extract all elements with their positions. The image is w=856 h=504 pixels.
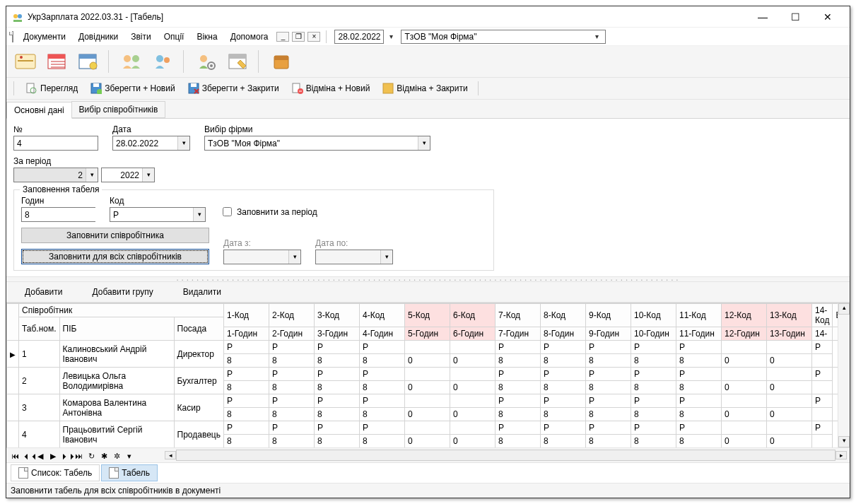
tab-document[interactable]: Табель — [101, 464, 158, 481]
cell-pib[interactable]: Комарова Валентина Антонівна — [59, 394, 174, 421]
col-day-code[interactable]: 1-Код — [224, 304, 269, 327]
cell-pib[interactable]: Левицька Ольга Володимирівна — [59, 368, 174, 394]
col-day-hours[interactable]: 1-Годин — [224, 327, 269, 341]
col-day-code[interactable]: 3-Код — [315, 304, 360, 327]
cell-day-code[interactable]: Р — [676, 421, 722, 435]
nav-first-icon[interactable]: ⏮ — [9, 450, 20, 461]
cell-day-code[interactable]: Р — [812, 394, 833, 408]
cell-day-code[interactable]: Р — [676, 341, 722, 354]
fill-period-checkbox[interactable]: Заповнити за період — [220, 205, 317, 218]
col-day-hours[interactable]: 8-Годин — [541, 327, 586, 341]
cell-day-code[interactable]: Р — [360, 394, 405, 408]
cell-day-hours[interactable]: 0 — [722, 354, 767, 368]
cell-day-code[interactable]: Р — [269, 394, 315, 408]
cell-tabnum[interactable]: 3 — [19, 394, 60, 421]
cell-day-code[interactable]: Р — [631, 368, 676, 381]
toolbar-people-group-icon[interactable] — [119, 49, 143, 74]
cell-day-code[interactable]: Р — [496, 368, 541, 381]
grid-add-button[interactable]: Добавити — [20, 285, 66, 299]
col-day-hours[interactable]: 2-Годин — [269, 327, 315, 341]
firm-select[interactable]: ТзОВ "Моя Фірма"▾ — [204, 136, 430, 151]
cell-day-hours[interactable]: 8 — [586, 354, 631, 368]
cell-day-code[interactable]: Р — [676, 394, 722, 408]
chevron-down-icon[interactable]: ▾ — [591, 33, 602, 40]
cell-day-code[interactable]: Р — [269, 368, 315, 381]
cell-day-hours[interactable]: 0 — [450, 435, 496, 448]
row-indicator[interactable] — [7, 421, 19, 448]
cell-day-hours[interactable]: 0 — [450, 381, 496, 394]
cell-day-hours[interactable]: 0 — [405, 408, 450, 421]
cell-day-code[interactable]: Р — [315, 341, 360, 354]
cell-day-code[interactable] — [722, 394, 767, 408]
cell-day-hours[interactable]: 8 — [676, 354, 722, 368]
cell-day-hours[interactable]: 8 — [541, 354, 586, 368]
cell-day-hours[interactable]: 8 — [315, 408, 360, 421]
table-row[interactable]: 2Левицька Ольга ВолодимирівнаБухгалтерРР… — [7, 368, 838, 381]
cell-day-code[interactable] — [722, 421, 767, 435]
cell-day-hours[interactable]: 0 — [722, 435, 767, 448]
cell-posada[interactable]: Директор — [174, 341, 223, 368]
col-day-hours[interactable]: 4-Годин — [360, 327, 405, 341]
cell-day-hours[interactable]: 8 — [631, 381, 676, 394]
cell-day-hours[interactable]: 8 — [586, 381, 631, 394]
close-button[interactable]: ✕ — [811, 6, 844, 28]
menu-windows[interactable]: Вікна — [191, 29, 223, 45]
nav-prev-icon[interactable]: ◀ — [35, 450, 46, 461]
col-day-code[interactable]: 10-Код — [631, 304, 676, 327]
cell-day-code[interactable]: Р — [224, 394, 269, 408]
cell-day-code[interactable]: Р — [224, 368, 269, 381]
cell-day-code[interactable]: Р — [360, 341, 405, 354]
cell-day-code[interactable]: Р — [360, 368, 405, 381]
table-row[interactable]: ▶1Калиновський Андрій ІвановичДиректорРР… — [7, 341, 838, 354]
cell-posada[interactable]: Бухгалтер — [174, 368, 223, 394]
cell-day-hours[interactable]: 0 — [405, 354, 450, 368]
col-day-code[interactable]: 9-Код — [586, 304, 631, 327]
vertical-scrollbar[interactable]: ▴ ▾ — [838, 303, 850, 447]
save-new-button[interactable]: Зберегти + Новий — [86, 81, 179, 96]
cell-day-code[interactable] — [450, 341, 496, 354]
cell-day-code[interactable]: Р — [541, 394, 586, 408]
toolbar-person-gear-icon[interactable] — [194, 49, 218, 74]
cell-day-code[interactable] — [405, 421, 450, 435]
menu-directories[interactable]: Довідники — [73, 29, 124, 45]
col-day-code[interactable]: 7-Код — [496, 304, 541, 327]
nav-bookmark-icon[interactable]: ✱ — [98, 450, 110, 461]
save-close-button[interactable]: Зберегти + Закрити — [184, 81, 283, 96]
hours-spinner[interactable]: ▲▼ — [21, 207, 95, 222]
cell-day-code[interactable]: Р — [224, 341, 269, 354]
cell-day-code[interactable]: Р — [315, 421, 360, 435]
cell-day-hours[interactable]: 8 — [676, 381, 722, 394]
col-day-code[interactable]: 5-Код — [405, 304, 450, 327]
cell-day-hours[interactable]: 8 — [269, 354, 315, 368]
cell-day-code[interactable]: Р — [631, 394, 676, 408]
cell-day-hours[interactable]: 0 — [450, 408, 496, 421]
scroll-right-icon[interactable]: ▸ — [836, 451, 847, 459]
col-tabnum[interactable]: Таб.ном. — [19, 317, 60, 341]
nav-filter-icon[interactable]: ▾ — [124, 450, 135, 461]
nav-next-page-icon[interactable]: ⏵⏵ — [60, 450, 71, 461]
cell-pib[interactable]: Калиновський Андрій Іванович — [59, 341, 174, 368]
cell-day-code[interactable]: Р — [812, 341, 833, 354]
date-input[interactable]: 28.02.2022▾ — [112, 136, 190, 151]
cell-posada[interactable]: Касир — [174, 394, 223, 421]
row-indicator[interactable] — [7, 394, 19, 421]
cell-day-code[interactable] — [450, 368, 496, 381]
cell-day-code[interactable]: Р — [586, 341, 631, 354]
cell-day-code[interactable]: Р — [269, 341, 315, 354]
nav-prev-page-icon[interactable]: ⏴⏴ — [22, 450, 33, 461]
cell-day-code[interactable] — [405, 368, 450, 381]
cell-day-code[interactable]: Р — [586, 394, 631, 408]
col-day-code[interactable]: 13-Код — [767, 304, 812, 327]
cell-day-hours[interactable]: 8 — [631, 408, 676, 421]
cell-day-hours[interactable]: 8 — [315, 381, 360, 394]
cell-day-code[interactable] — [767, 394, 812, 408]
cell-day-code[interactable]: Р — [224, 421, 269, 435]
cell-day-hours[interactable]: 8 — [360, 354, 405, 368]
cell-day-code[interactable] — [405, 341, 450, 354]
cell-day-hours[interactable]: 0 — [722, 408, 767, 421]
cell-day-code[interactable]: Р — [631, 421, 676, 435]
cancel-new-button[interactable]: Відміна + Новий — [288, 81, 375, 96]
cell-day-hours[interactable]: 8 — [269, 435, 315, 448]
col-day-code[interactable]: 14-Код — [812, 304, 833, 327]
col-band-employee[interactable]: Співробітник — [19, 304, 224, 317]
